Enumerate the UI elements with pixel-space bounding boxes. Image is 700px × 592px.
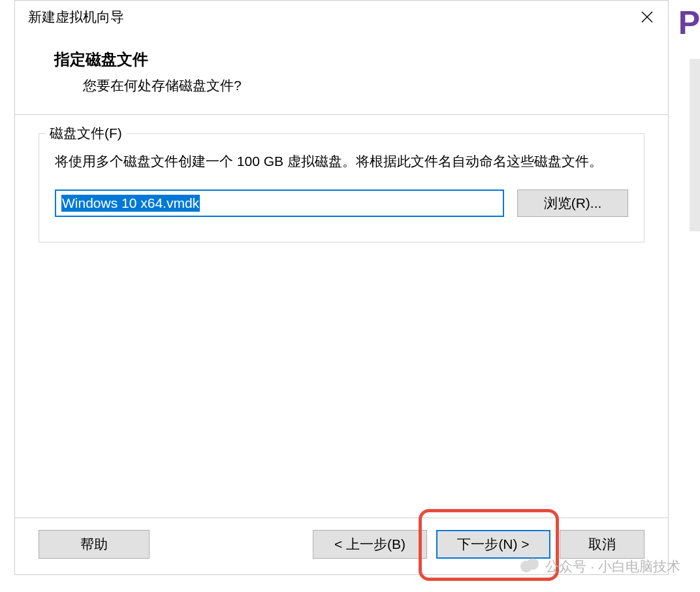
back-button[interactable]: < 上一步(B): [313, 530, 427, 559]
browse-button[interactable]: 浏览(R)...: [517, 189, 628, 217]
page-title: 指定磁盘文件: [54, 49, 642, 70]
close-icon: [641, 11, 653, 23]
background-bar: [690, 59, 700, 231]
wizard-dialog: 新建虚拟机向导 指定磁盘文件 您要在何处存储磁盘文件? 磁盘文件(F) 将使用多…: [14, 0, 669, 575]
disk-file-fieldset: 磁盘文件(F) 将使用多个磁盘文件创建一个 100 GB 虚拟磁盘。将根据此文件…: [39, 133, 644, 242]
page-subtitle: 您要在何处存储磁盘文件?: [54, 76, 642, 95]
help-button[interactable]: 帮助: [39, 530, 150, 559]
close-button[interactable]: [634, 4, 660, 30]
watermark: 公众号 · 小白电脑技术: [520, 557, 680, 576]
wechat-icon: [520, 557, 540, 576]
watermark-text: 公众号 · 小白电脑技术: [545, 557, 680, 576]
next-button[interactable]: 下一步(N) >: [436, 530, 550, 559]
dialog-title: 新建虚拟机向导: [28, 8, 124, 26]
disk-file-value: Windows 10 x64.vmdk: [61, 195, 200, 212]
file-input-row: Windows 10 x64.vmdk 浏览(R)...: [55, 189, 628, 217]
background-app-letter: P: [678, 4, 700, 42]
fieldset-legend: 磁盘文件(F): [46, 124, 126, 142]
titlebar: 新建虚拟机向导: [15, 1, 668, 33]
header-section: 指定磁盘文件 您要在何处存储磁盘文件?: [15, 33, 668, 114]
content-area: 磁盘文件(F) 将使用多个磁盘文件创建一个 100 GB 虚拟磁盘。将根据此文件…: [15, 115, 668, 518]
cancel-button[interactable]: 取消: [560, 530, 644, 559]
fieldset-description: 将使用多个磁盘文件创建一个 100 GB 虚拟磁盘。将根据此文件名自动命名这些磁…: [55, 151, 628, 173]
disk-file-input[interactable]: Windows 10 x64.vmdk: [55, 189, 504, 217]
